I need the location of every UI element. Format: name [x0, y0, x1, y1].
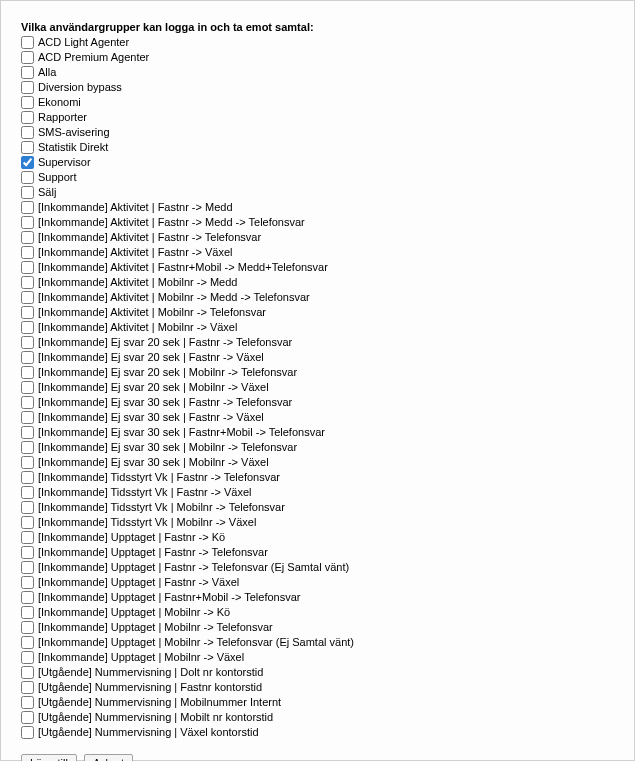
group-checkbox[interactable]	[21, 606, 34, 619]
group-checkbox[interactable]	[21, 66, 34, 79]
group-checkbox[interactable]	[21, 321, 34, 334]
group-checkbox[interactable]	[21, 561, 34, 574]
group-checkbox[interactable]	[21, 381, 34, 394]
group-checkbox[interactable]	[21, 336, 34, 349]
group-checkbox[interactable]	[21, 111, 34, 124]
group-label: [Utgående] Nummervisning | Fastnr kontor…	[38, 680, 262, 695]
group-row: [Inkommande] Upptaget | Fastnr -> Telefo…	[21, 560, 634, 575]
group-row: [Inkommande] Aktivitet | Fastnr+Mobil ->…	[21, 260, 634, 275]
group-checkbox[interactable]	[21, 486, 34, 499]
add-button[interactable]: Lägg till	[21, 754, 77, 761]
group-checkbox[interactable]	[21, 201, 34, 214]
group-row: [Inkommande] Tidsstyrt Vk | Mobilnr -> V…	[21, 515, 634, 530]
group-checkbox[interactable]	[21, 156, 34, 169]
group-row: [Inkommande] Aktivitet | Fastnr -> Telef…	[21, 230, 634, 245]
group-checkbox[interactable]	[21, 456, 34, 469]
group-label: SMS-avisering	[38, 125, 110, 140]
group-label: Alla	[38, 65, 56, 80]
group-label: [Inkommande] Aktivitet | Fastnr -> Växel	[38, 245, 233, 260]
group-checkbox[interactable]	[21, 36, 34, 49]
group-label: ACD Light Agenter	[38, 35, 129, 50]
group-checkbox[interactable]	[21, 246, 34, 259]
group-label: [Inkommande] Aktivitet | Mobilnr -> Medd	[38, 275, 237, 290]
group-row: [Inkommande] Ej svar 30 sek | Fastnr -> …	[21, 410, 634, 425]
group-label: ACD Premium Agenter	[38, 50, 149, 65]
group-checkbox[interactable]	[21, 51, 34, 64]
group-row: [Inkommande] Ej svar 20 sek | Fastnr -> …	[21, 335, 634, 350]
group-row: Supervisor	[21, 155, 634, 170]
group-checkbox[interactable]	[21, 441, 34, 454]
group-checkbox[interactable]	[21, 726, 34, 739]
group-checkbox[interactable]	[21, 621, 34, 634]
group-label: [Utgående] Nummervisning | Mobilt nr kon…	[38, 710, 273, 725]
group-label: [Inkommande] Ej svar 30 sek | Mobilnr ->…	[38, 440, 297, 455]
group-checkbox[interactable]	[21, 171, 34, 184]
group-row: [Inkommande] Upptaget | Mobilnr -> Telef…	[21, 635, 634, 650]
cancel-button[interactable]: Avbryt	[84, 754, 133, 761]
group-row: [Inkommande] Aktivitet | Mobilnr -> Tele…	[21, 305, 634, 320]
group-label: [Inkommande] Ej svar 30 sek | Fastnr+Mob…	[38, 425, 325, 440]
group-checkbox[interactable]	[21, 81, 34, 94]
group-checkbox[interactable]	[21, 216, 34, 229]
group-checkbox[interactable]	[21, 291, 34, 304]
group-label: Sälj	[38, 185, 56, 200]
group-label: [Inkommande] Aktivitet | Fastnr+Mobil ->…	[38, 260, 328, 275]
group-checkbox[interactable]	[21, 261, 34, 274]
group-checkbox[interactable]	[21, 681, 34, 694]
group-label: [Inkommande] Aktivitet | Fastnr -> Telef…	[38, 230, 261, 245]
group-label: Statistik Direkt	[38, 140, 108, 155]
group-checkbox[interactable]	[21, 351, 34, 364]
group-checkbox[interactable]	[21, 96, 34, 109]
group-checkbox[interactable]	[21, 591, 34, 604]
group-label: [Inkommande] Aktivitet | Mobilnr -> Växe…	[38, 320, 237, 335]
group-checkbox[interactable]	[21, 141, 34, 154]
group-checkbox[interactable]	[21, 276, 34, 289]
group-checkbox[interactable]	[21, 471, 34, 484]
group-checkbox[interactable]	[21, 231, 34, 244]
group-label: [Inkommande] Upptaget | Mobilnr -> Växel	[38, 650, 244, 665]
group-row: [Inkommande] Upptaget | Fastnr -> Kö	[21, 530, 634, 545]
group-checkbox[interactable]	[21, 546, 34, 559]
group-row: ACD Premium Agenter	[21, 50, 634, 65]
group-label: [Inkommande] Tidsstyrt Vk | Mobilnr -> T…	[38, 500, 285, 515]
group-checkbox[interactable]	[21, 126, 34, 139]
group-label: [Inkommande] Upptaget | Mobilnr -> Kö	[38, 605, 230, 620]
group-row: Rapporter	[21, 110, 634, 125]
group-row: [Inkommande] Upptaget | Fastnr+Mobil -> …	[21, 590, 634, 605]
group-checkbox[interactable]	[21, 501, 34, 514]
group-checkbox[interactable]	[21, 411, 34, 424]
group-row: [Utgående] Nummervisning | Mobilt nr kon…	[21, 710, 634, 725]
group-row: [Inkommande] Ej svar 30 sek | Mobilnr ->…	[21, 440, 634, 455]
group-row: [Inkommande] Aktivitet | Fastnr -> Växel	[21, 245, 634, 260]
group-checkbox[interactable]	[21, 666, 34, 679]
group-label: [Inkommande] Tidsstyrt Vk | Mobilnr -> V…	[38, 515, 256, 530]
group-checkbox[interactable]	[21, 426, 34, 439]
group-row: [Utgående] Nummervisning | Dolt nr konto…	[21, 665, 634, 680]
group-checkbox[interactable]	[21, 711, 34, 724]
group-label: [Inkommande] Aktivitet | Mobilnr -> Medd…	[38, 290, 310, 305]
group-checkbox[interactable]	[21, 696, 34, 709]
group-label: Diversion bypass	[38, 80, 122, 95]
group-row: [Inkommande] Ej svar 30 sek | Fastnr+Mob…	[21, 425, 634, 440]
group-checkbox[interactable]	[21, 531, 34, 544]
group-checkbox[interactable]	[21, 186, 34, 199]
group-checkbox[interactable]	[21, 306, 34, 319]
group-row: Statistik Direkt	[21, 140, 634, 155]
group-label: Rapporter	[38, 110, 87, 125]
group-checkbox[interactable]	[21, 576, 34, 589]
group-checkbox[interactable]	[21, 651, 34, 664]
group-row: [Inkommande] Aktivitet | Mobilnr -> Medd…	[21, 290, 634, 305]
group-label: [Inkommande] Ej svar 20 sek | Mobilnr ->…	[38, 365, 297, 380]
group-checkbox[interactable]	[21, 636, 34, 649]
group-row: [Inkommande] Ej svar 20 sek | Mobilnr ->…	[21, 365, 634, 380]
group-row: [Inkommande] Ej svar 30 sek | Mobilnr ->…	[21, 455, 634, 470]
group-checkbox[interactable]	[21, 516, 34, 529]
group-row: [Inkommande] Ej svar 20 sek | Fastnr -> …	[21, 350, 634, 365]
group-checkbox[interactable]	[21, 396, 34, 409]
group-row: [Utgående] Nummervisning | Fastnr kontor…	[21, 680, 634, 695]
group-checkbox[interactable]	[21, 366, 34, 379]
group-label: [Inkommande] Ej svar 20 sek | Fastnr -> …	[38, 335, 292, 350]
group-label: [Utgående] Nummervisning | Dolt nr konto…	[38, 665, 263, 680]
group-row: SMS-avisering	[21, 125, 634, 140]
group-label: [Inkommande] Aktivitet | Fastnr -> Medd …	[38, 215, 305, 230]
